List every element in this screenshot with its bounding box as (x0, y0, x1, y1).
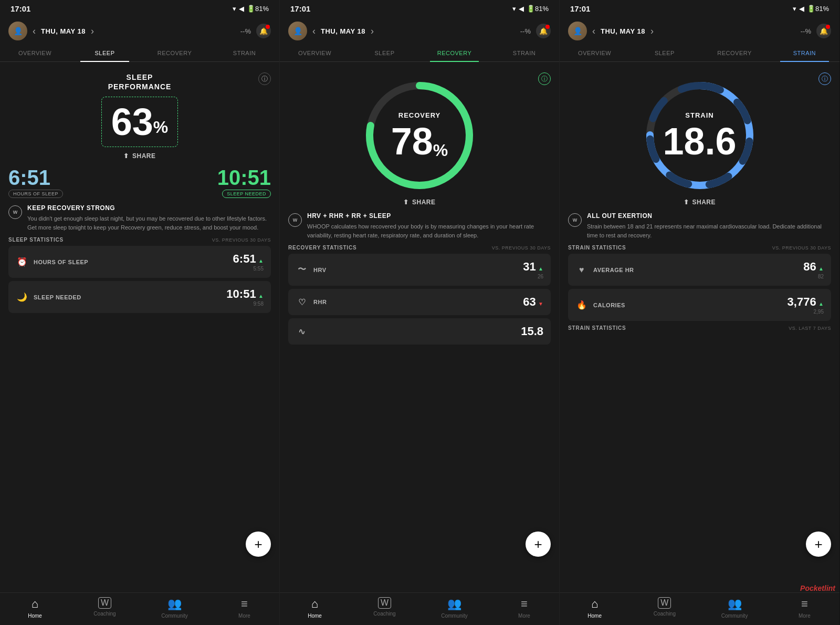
tip-content-1: KEEP RECOVERY STRONG You didn't get enou… (27, 204, 271, 232)
prev-day-2[interactable]: ‹ (312, 26, 316, 37)
nav-community-label-1: Community (161, 613, 188, 619)
stat-card-needed: 🌙 SLEEP NEEDED 10:51 ▲ 9:58 (8, 281, 271, 313)
info-button-1[interactable]: ⓘ (258, 72, 271, 85)
stat-label-needed: SLEEP NEEDED (34, 294, 81, 300)
tabs-1: OVERVIEW SLEEP RECOVERY STRAIN (0, 45, 279, 62)
fab-1[interactable]: + (246, 532, 271, 557)
pocketlint-watermark: Pocketlint (800, 584, 835, 592)
nav-community-2[interactable]: 👥 Community (419, 597, 489, 619)
stat-prev-hrv: 26 (523, 274, 543, 279)
red-dot-1 (266, 25, 270, 29)
wifi-icon-1: ▾ (233, 5, 236, 13)
stat-value-hrv: 31 ▲ (523, 260, 543, 274)
wifi-icon-2: ▾ (512, 5, 516, 13)
strain-value: 18.6 (663, 122, 736, 160)
next-day-1[interactable]: › (91, 26, 94, 37)
tab-sleep-2[interactable]: SLEEP (350, 45, 419, 61)
stat-card-calories: 🔥 CALORIES 3,776 ▲ 2,95 (568, 289, 831, 321)
nav-community-3[interactable]: 👥 Community (700, 597, 770, 619)
status-icons-2: ▾ ◀ 🔋81% (512, 5, 549, 13)
stat-label-avghr: AVERAGE HR (593, 267, 634, 273)
status-icons-1: ▾ ◀ 🔋81% (233, 5, 269, 13)
strain-panel: 17:01 ▾ ◀ 🔋81% 👤 ‹ THU, MAY 18 › --% 🔔 O… (560, 0, 839, 625)
coaching-icon-3: W (658, 597, 671, 609)
notification-2[interactable]: 🔔 (536, 24, 551, 38)
nav-coaching-2[interactable]: W Coaching (350, 597, 419, 619)
header-2: 👤 ‹ THU, MAY 18 › --% 🔔 (280, 17, 559, 45)
tab-strain-2[interactable]: STRAIN (489, 45, 559, 61)
tab-overview-1[interactable]: OVERVIEW (0, 45, 70, 61)
nav-coaching-1[interactable]: W Coaching (70, 597, 140, 619)
strain-score-display: 18.6 (663, 122, 736, 160)
more-icon-2: ≡ (521, 597, 528, 611)
notification-3[interactable]: 🔔 (816, 24, 831, 38)
tip-title-2: HRV + RHR + RR + SLEEP (307, 212, 551, 220)
tip-text-3: Strain between 18 and 21 represents near… (587, 222, 831, 239)
strain-circle: STRAIN 18.6 (568, 78, 831, 193)
nav-coaching-3[interactable]: W Coaching (629, 597, 699, 619)
stats-header-2: RECOVERY STATISTICS VS. PREVIOUS 30 DAYS (288, 245, 551, 251)
next-day-2[interactable]: › (371, 26, 374, 37)
tab-overview-3[interactable]: OVERVIEW (560, 45, 629, 61)
nav-more-1[interactable]: ≡ More (209, 597, 279, 619)
home-icon-1: ⌂ (32, 597, 38, 611)
sleep-panel: 17:01 ▾ ◀ 🔋81% 👤 ‹ THU, MAY 18 › --% 🔔 O… (0, 0, 280, 625)
more-icon-3: ≡ (801, 597, 808, 611)
nav-more-label-3: More (799, 613, 811, 619)
tip-title-3: ALL OUT EXERTION (587, 212, 831, 220)
nav-community-label-3: Community (721, 613, 748, 619)
whoop-badge-3: W (568, 213, 582, 227)
trend-icon-needed: ▲ (258, 293, 264, 299)
tab-recovery-2[interactable]: RECOVERY (419, 45, 489, 61)
nav-home-label-3: Home (587, 613, 602, 619)
more-icon-1: ≡ (241, 597, 248, 611)
notification-1[interactable]: 🔔 (256, 24, 271, 38)
stat-label-hrv: HRV (313, 267, 327, 273)
tip-text-2: WHOOP calculates how recovered your body… (307, 222, 551, 239)
tip-content-3: ALL OUT EXERTION Strain between 18 and 2… (587, 212, 831, 239)
tab-sleep-1[interactable]: SLEEP (70, 45, 140, 61)
avatar-2[interactable]: 👤 (288, 22, 307, 40)
avghr-icon: ♥ (575, 264, 588, 276)
date-label-3: THU, MAY 18 (601, 27, 645, 35)
share-icon-1: ⬆ (123, 152, 129, 160)
tab-recovery-1[interactable]: RECOVERY (140, 45, 209, 61)
stat-prev-hours: 5:55 (233, 266, 264, 272)
stat-label-hours: HOURS OF SLEEP (34, 259, 88, 265)
home-icon-2: ⌂ (311, 597, 318, 611)
nav-home-3[interactable]: ⌂ Home (560, 597, 629, 619)
bottom-nav-2: ⌂ Home W Coaching 👥 Community ≡ More (280, 592, 559, 625)
tab-sleep-3[interactable]: SLEEP (629, 45, 699, 61)
wifi-icon-3: ▾ (793, 5, 796, 13)
sleep-share-btn[interactable]: ⬆ SHARE (8, 152, 271, 160)
fab-2[interactable]: + (526, 532, 551, 557)
avatar-3[interactable]: 👤 (568, 22, 587, 40)
nav-more-2[interactable]: ≡ More (489, 597, 559, 619)
nav-home-2[interactable]: ⌂ Home (280, 597, 350, 619)
nav-more-3[interactable]: ≡ More (770, 597, 839, 619)
strain-share-btn[interactable]: ⬆ SHARE (568, 199, 831, 206)
tab-overview-2[interactable]: OVERVIEW (280, 45, 350, 61)
tab-recovery-3[interactable]: RECOVERY (700, 45, 770, 61)
recovery-score-display: 78 % (391, 122, 448, 160)
recovery-share-btn[interactable]: ⬆ SHARE (288, 199, 551, 206)
nav-home-1[interactable]: ⌂ Home (0, 597, 70, 619)
avatar-1[interactable]: 👤 (8, 22, 27, 40)
prev-day-3[interactable]: ‹ (592, 26, 595, 37)
nav-community-1[interactable]: 👥 Community (140, 597, 209, 619)
percent-display-3: --% (801, 27, 811, 35)
tab-strain-3[interactable]: STRAIN (770, 45, 839, 61)
nav-home-label-2: Home (308, 613, 322, 619)
signal-icon-1: ◀ (239, 5, 244, 13)
stats-header-3: STRAIN STATISTICS VS. PREVIOUS 30 DAYS (568, 245, 831, 251)
coaching-icon-2: W (378, 597, 391, 609)
recovery-value: 78 (391, 122, 433, 160)
stats-subtitle-3: VS. PREVIOUS 30 DAYS (772, 245, 831, 251)
rhr-icon: ♡ (296, 296, 308, 308)
next-day-3[interactable]: › (650, 26, 654, 37)
fab-3[interactable]: + (806, 532, 831, 557)
stat-value-rhr: 63 ▼ (523, 295, 543, 309)
prev-day-1[interactable]: ‹ (33, 26, 36, 37)
stats-header-3b: STRAIN STATISTICS VS. LAST 7 DAYS (568, 325, 831, 331)
tab-strain-1[interactable]: STRAIN (209, 45, 279, 61)
